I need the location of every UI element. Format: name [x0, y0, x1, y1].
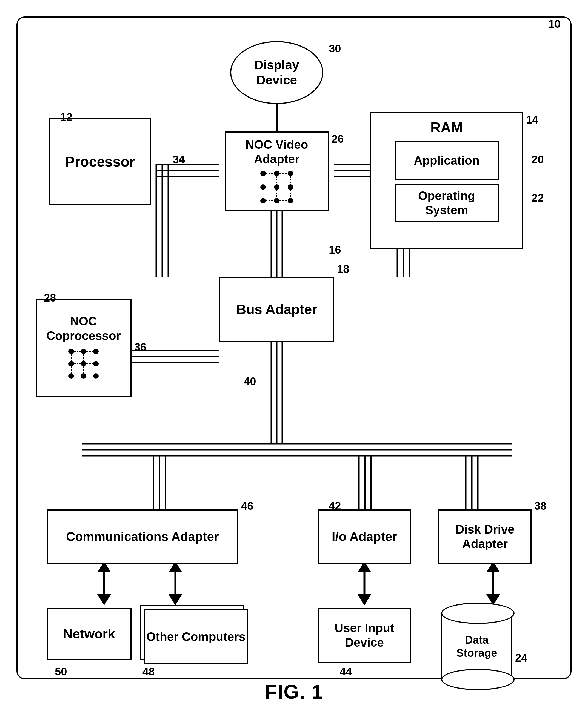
noc-coprocessor: NOC Coprocessor [36, 299, 131, 397]
ref-data-storage: 24 [515, 652, 527, 664]
ref-comm-adapter: 46 [241, 500, 253, 512]
noc-video-adapter: NOC Video Adapter [225, 131, 329, 211]
page: 10 [0, 0, 588, 714]
ref-disk-drive: 38 [534, 500, 547, 512]
ref-bus-adapter: 18 [337, 263, 349, 275]
ref-noc-coprocessor: 28 [44, 292, 56, 304]
ref-user-input: 44 [340, 666, 352, 678]
application: Application [395, 141, 499, 180]
data-storage: Data Storage [441, 603, 512, 690]
ref-io-adapter: 42 [329, 500, 341, 512]
ref-10: 10 [549, 18, 561, 30]
operating-system: Operating System [395, 184, 499, 222]
ref-34: 34 [173, 153, 185, 166]
bus-adapter: Bus Adapter [219, 277, 334, 342]
ref-40: 40 [244, 375, 256, 388]
disk-drive-adapter: Disk Drive Adapter [438, 510, 531, 564]
ref-os: 22 [531, 192, 544, 204]
ref-36: 36 [134, 341, 147, 353]
ref-display-device: 30 [329, 42, 341, 55]
ref-ram: 14 [526, 114, 539, 126]
fig-label: FIG. 1 [265, 680, 323, 703]
communications-adapter: Communications Adapter [47, 510, 238, 564]
display-device: Display Device [230, 41, 323, 104]
other-computers-inner: Other Computers [144, 609, 248, 664]
ref-application: 20 [531, 153, 544, 166]
network: Network [47, 608, 131, 660]
processor: Processor [49, 118, 151, 205]
ref-noc-video: 26 [332, 133, 344, 145]
ref-processor: 12 [60, 111, 72, 123]
ref-network: 50 [55, 666, 67, 678]
io-adapter: I/o Adapter [318, 510, 411, 564]
user-input-device: User Input Device [318, 608, 411, 663]
ref-other-comp: 48 [143, 666, 155, 678]
ref-16: 16 [329, 244, 341, 256]
ram: RAM Application Operating System [370, 112, 523, 249]
